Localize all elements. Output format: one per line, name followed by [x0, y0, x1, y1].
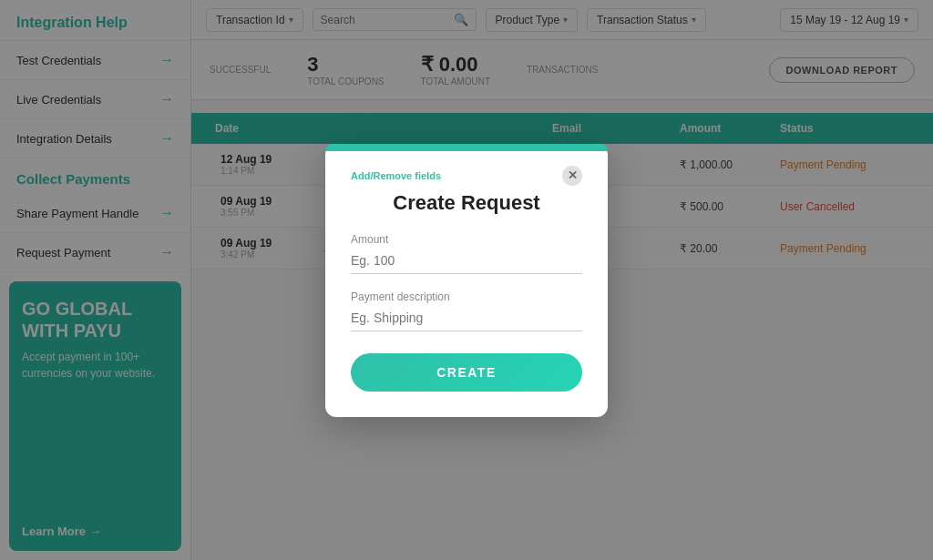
description-label: Payment description — [351, 290, 582, 303]
close-button[interactable]: ✕ — [562, 166, 582, 186]
modal-header: Add/Remove fields ✕ — [351, 166, 582, 186]
create-request-modal: Add/Remove fields ✕ Create Request Amoun… — [325, 144, 608, 417]
modal-title: Create Request — [351, 191, 582, 215]
modal-accent-bar — [325, 144, 608, 151]
description-input[interactable] — [351, 307, 582, 331]
amount-input[interactable] — [351, 249, 582, 274]
create-button[interactable]: CREATE — [351, 353, 582, 392]
amount-label: Amount — [351, 233, 582, 246]
modal-overlay: Add/Remove fields ✕ Create Request Amoun… — [0, 0, 933, 560]
modal-tag: Add/Remove fields — [351, 170, 441, 181]
